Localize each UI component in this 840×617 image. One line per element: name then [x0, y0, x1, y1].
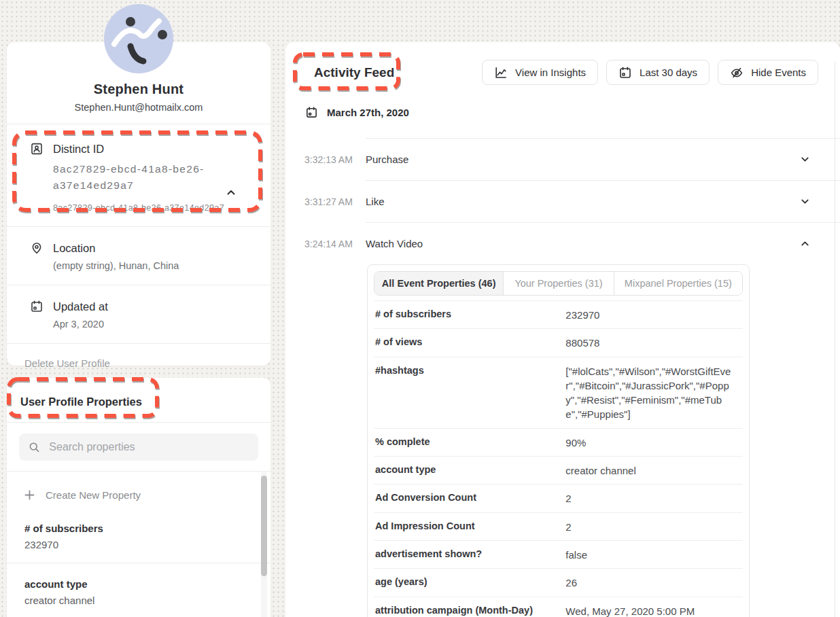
chevron-down-icon[interactable]: [800, 196, 810, 207]
property-key: account type: [374, 457, 565, 484]
activity-feed-card: Activity Feed View in Insights: [285, 42, 840, 617]
activity-feed-title: Activity Feed: [304, 65, 394, 80]
event-properties-panel: All Event Properties (46) Your Propertie…: [367, 264, 750, 617]
hide-events-label: Hide Events: [751, 67, 806, 78]
property-key: # of views: [374, 329, 565, 356]
chevron-up-icon[interactable]: [800, 239, 810, 249]
search-icon: [29, 441, 39, 453]
property-key: Ad Conversion Count: [374, 484, 565, 512]
page: Stephen Hunt Stephen.Hunt@hotmailx.com D…: [0, 0, 840, 617]
property-value: 2: [565, 484, 743, 512]
property-value: 232970: [24, 539, 253, 550]
property-key: # of subscribers: [374, 301, 565, 328]
tab-mixpanel-properties[interactable]: Mixpanel Properties (15): [614, 272, 742, 295]
event-properties-tabbar: All Event Properties (46) Your Propertie…: [374, 271, 743, 296]
property-key: age (years): [374, 569, 565, 596]
updated-at-label: Updated at: [53, 300, 108, 313]
date-range-label: Last 30 days: [640, 67, 697, 78]
event-row-like[interactable]: 3:31:27 AM Like: [285, 181, 840, 222]
user-profile-card: Stephen Hunt Stephen.Hunt@hotmailx.com D…: [7, 42, 270, 366]
scrollbar-track[interactable]: [835, 61, 835, 617]
date-range-button[interactable]: Last 30 days: [606, 60, 710, 85]
hide-events-button[interactable]: Hide Events: [718, 60, 818, 85]
calendar-icon: [305, 106, 318, 119]
calendar-icon: [618, 66, 632, 80]
distinct-id-value: 8ac27829-ebcd-41a8-be26-a37e14ed29a7: [53, 161, 250, 194]
list-item[interactable]: # of subscribers 232970: [7, 508, 270, 563]
search-properties-box[interactable]: [19, 434, 258, 461]
table-row: # of subscribers 232970: [374, 300, 743, 328]
table-row: age (years) 26: [374, 568, 743, 596]
create-new-property-button[interactable]: Create New Property: [7, 472, 270, 508]
property-key: attribution campaign (Month-Day): [374, 597, 565, 617]
property-value: 880578: [565, 329, 743, 356]
property-value: creator channel: [24, 595, 253, 606]
view-in-insights-label: View in Insights: [515, 67, 586, 78]
property-value: 2: [565, 513, 743, 540]
event-row-purchase[interactable]: 3:32:13 AM Purchase: [285, 139, 840, 180]
id-badge-icon: [30, 142, 43, 156]
property-value: Wed, May 27, 2020 5:00 PM: [565, 597, 743, 617]
event-time: 3:24:14 AM: [304, 239, 366, 249]
chevron-up-icon[interactable]: [226, 187, 237, 198]
avatar: [103, 3, 174, 74]
property-key: % complete: [374, 429, 565, 456]
event-name: Watch Video: [366, 238, 423, 249]
property-key: #hashtags: [374, 357, 565, 428]
table-row: account type creator channel: [374, 456, 743, 484]
properties-card-title: User Profile Properties: [20, 395, 142, 408]
property-key: advertisement shown?: [374, 541, 565, 568]
view-in-insights-button[interactable]: View in Insights: [482, 60, 598, 85]
tab-all-event-properties[interactable]: All Event Properties (46): [374, 272, 503, 295]
table-row: Ad Impression Count 2: [374, 512, 743, 540]
event-properties-table: # of subscribers 232970 # of views 88057…: [374, 300, 743, 617]
updated-at-value: Apr 3, 2020: [53, 319, 254, 330]
property-value: creator channel: [565, 457, 743, 484]
scrollbar-thumb[interactable]: [261, 476, 267, 576]
user-profile-properties-card: User Profile Properties: [7, 378, 270, 617]
property-name: # of subscribers: [24, 523, 253, 534]
updated-at-section: Updated at Apr 3, 2020: [7, 285, 270, 343]
location-section: Location (empty string), Hunan, China: [7, 227, 270, 285]
event-time: 3:32:13 AM: [304, 154, 366, 165]
property-value: 90%: [565, 429, 743, 456]
distinct-id-section: Distinct ID 8ac27829-ebcd-41a8-be26-a37e…: [7, 124, 270, 226]
event-name: Purchase: [366, 154, 408, 165]
table-row: advertisement shown? false: [374, 540, 743, 568]
distinct-id-label: Distinct ID: [53, 143, 104, 156]
property-value: 26: [565, 569, 743, 596]
table-row: #hashtags ["#lolCats","#Wilson","#WorstG…: [374, 357, 743, 428]
property-value: 232970: [565, 301, 743, 328]
user-email: Stephen.Hunt@hotmailx.com: [20, 102, 257, 113]
property-value: ["#lolCats","#Wilson","#WorstGiftEver","…: [565, 357, 743, 428]
table-row: Ad Conversion Count 2: [374, 484, 743, 512]
create-new-property-label: Create New Property: [46, 489, 141, 501]
eye-off-icon: [730, 66, 743, 80]
table-row: attribution campaign (Month-Day) Wed, Ma…: [374, 597, 743, 617]
line-chart-icon: [494, 66, 508, 80]
property-name: account type: [24, 578, 253, 590]
list-item[interactable]: account type creator channel: [7, 563, 270, 617]
event-name: Like: [366, 196, 385, 207]
property-key: Ad Impression Count: [374, 513, 565, 540]
table-row: # of views 880578: [374, 328, 743, 356]
date-header: March 27th, 2020: [327, 107, 409, 118]
location-label: Location: [53, 242, 95, 255]
location-value: (empty string), Hunan, China: [53, 260, 254, 271]
property-value: false: [565, 541, 743, 568]
search-properties-input[interactable]: [49, 441, 249, 453]
scrollbar-track[interactable]: [261, 472, 267, 617]
event-row-watch-video[interactable]: 3:24:14 AM Watch Video: [285, 223, 840, 264]
chevron-down-icon[interactable]: [800, 154, 810, 164]
user-name: Stephen Hunt: [20, 82, 257, 97]
distinct-id-expanded-value: 8ac27829-ebcd-41a8-be26-a37e14ed29a7: [53, 203, 254, 213]
calendar-icon: [30, 300, 43, 313]
event-time: 3:31:27 AM: [304, 196, 366, 207]
table-row: % complete 90%: [374, 428, 743, 456]
tab-your-properties[interactable]: Your Properties (31): [503, 272, 613, 295]
plus-icon: [24, 490, 35, 500]
location-pin-icon: [30, 241, 43, 255]
